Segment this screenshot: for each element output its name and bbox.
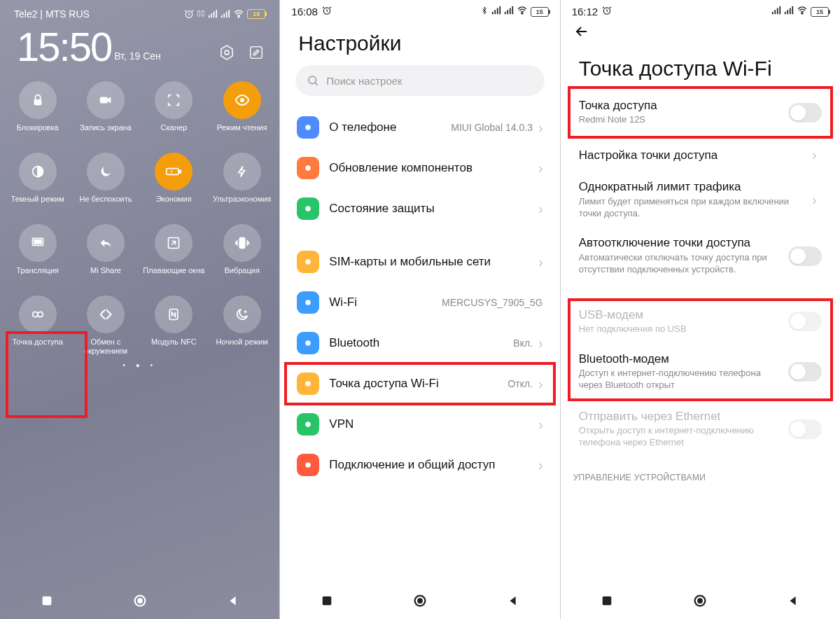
svg-rect-54 xyxy=(774,10,776,14)
row-subtitle: Автоматически отключать точку доступа пр… xyxy=(579,252,781,276)
toggle-switch[interactable] xyxy=(788,362,822,382)
page-indicator: • ● • xyxy=(0,361,279,369)
settings-row-g2-5[interactable]: Подключение и общий доступ › xyxy=(287,445,552,485)
svg-rect-5 xyxy=(221,15,223,18)
qs-tile-floatwin[interactable]: Плавающие окна xyxy=(141,221,207,287)
row-icon xyxy=(297,454,319,476)
row-subtitle: Доступ к интернет-подключению телефона ч… xyxy=(579,368,781,391)
settings-shortcut-icon[interactable] xyxy=(218,43,236,62)
svg-point-40 xyxy=(306,125,312,130)
chevron-right-icon: › xyxy=(812,192,822,208)
svg-rect-36 xyxy=(510,8,511,15)
row-icon xyxy=(297,373,319,395)
bluetooth-icon xyxy=(480,6,489,18)
qs-tile-contrast[interactable]: Темный режим xyxy=(4,150,71,216)
search-input[interactable]: Поиск настроек xyxy=(295,65,544,96)
row-title: Автоотключение точки доступа xyxy=(579,236,781,250)
hotspot-settings-list: Точка доступа Redmi Note 12S Настройка т… xyxy=(561,90,840,457)
svg-rect-59 xyxy=(790,8,791,15)
alarm-icon xyxy=(602,6,612,18)
nav-back-button[interactable] xyxy=(504,592,522,610)
hotspot-row-1[interactable]: Настройка точки доступа › xyxy=(568,139,833,172)
nav-back-button[interactable] xyxy=(784,592,802,610)
chevron-right-icon: › xyxy=(538,254,543,270)
cast-icon xyxy=(19,224,57,262)
row-title: Bluetooth xyxy=(329,336,513,350)
toggle-switch xyxy=(788,419,822,439)
svg-rect-33 xyxy=(499,6,500,14)
svg-rect-32 xyxy=(497,8,498,15)
settings-row-g2-1[interactable]: Wi-Fi MERCUSYS_7905_5G › xyxy=(287,282,552,323)
svg-rect-53 xyxy=(772,12,774,15)
chevron-right-icon: › xyxy=(538,160,543,176)
tile-label: Сканер xyxy=(142,123,205,141)
row-subtitle: Открыть доступ к интернет-подключению те… xyxy=(579,425,781,449)
nav-recent-button[interactable] xyxy=(598,592,616,610)
qs-tile-envshare[interactable]: Обмен с окружением xyxy=(72,293,139,359)
tile-label: Вибрация xyxy=(211,266,274,284)
row-title: Состояние защиты xyxy=(329,202,538,216)
settings-row-g2-3[interactable]: Точка доступа Wi-Fi Откл. › xyxy=(287,363,552,404)
toggle-switch[interactable] xyxy=(788,103,822,123)
toggle-switch[interactable] xyxy=(788,246,822,266)
qs-tile-mishare[interactable]: Mi Share xyxy=(72,221,139,287)
svg-point-23 xyxy=(32,312,37,317)
signal-icon xyxy=(491,6,501,18)
row-icon xyxy=(297,197,319,220)
row-title: О телефоне xyxy=(329,120,451,134)
edit-icon[interactable] xyxy=(247,43,265,62)
chevron-right-icon: › xyxy=(538,120,543,136)
vibrate-icon xyxy=(223,224,261,262)
qs-tile-scan[interactable]: Сканер xyxy=(141,78,207,144)
nav-home-button[interactable] xyxy=(131,592,149,610)
hotspot-row-0[interactable]: Точка доступа Redmi Note 12S xyxy=(568,90,833,134)
nav-home-button[interactable] xyxy=(411,592,429,610)
qs-tile-battery[interactable]: Экономия xyxy=(141,150,207,216)
qs-tile-lock[interactable]: Блокировка xyxy=(4,78,71,144)
nav-recent-button[interactable] xyxy=(38,592,56,610)
screen-quick-settings: Tele2 | MTS RUS ▯▯ 18 15:50 xyxy=(0,0,279,619)
settings-row-g1-2[interactable]: Состояние защиты › xyxy=(287,188,552,229)
scan-icon xyxy=(155,81,192,119)
qs-tile-video[interactable]: Запись экрана xyxy=(72,78,139,144)
tile-label: Экономия xyxy=(142,195,205,213)
svg-point-9 xyxy=(238,16,239,18)
carrier-label: Tele2 | MTS RUS xyxy=(14,8,90,20)
status-icons: ▯▯ 18 xyxy=(184,9,265,19)
tile-label: Mi Share xyxy=(74,266,137,284)
lock-icon xyxy=(19,81,57,119)
row-title: Подключение и общий доступ xyxy=(329,458,538,472)
hotspot-row-6: Отправить через Ethernet Открыть доступ … xyxy=(568,401,833,457)
nav-recent-button[interactable] xyxy=(318,592,336,610)
qs-tile-vibrate[interactable]: Вибрация xyxy=(209,221,275,287)
qs-tile-nfc[interactable]: Модуль NFC xyxy=(141,293,207,359)
settings-row-g2-0[interactable]: SIM-карты и мобильные сети › xyxy=(287,242,552,282)
svg-rect-20 xyxy=(34,240,41,244)
qs-tile-cast[interactable]: Трансляция xyxy=(4,221,71,287)
qs-tile-moon[interactable]: Не беспокоить xyxy=(72,150,139,216)
svg-marker-10 xyxy=(221,46,232,60)
qs-tile-bolt[interactable]: Ультраэкономия xyxy=(209,150,275,216)
settings-row-g2-4[interactable]: VPN › xyxy=(287,404,552,445)
settings-group-about: О телефоне MIUI Global 14.0.3 › Обновлен… xyxy=(280,107,559,229)
nav-home-button[interactable] xyxy=(691,592,709,610)
envshare-icon xyxy=(87,295,125,333)
back-button[interactable] xyxy=(573,23,590,44)
clock-date: Вт, 19 Сен xyxy=(114,50,161,62)
row-icon xyxy=(297,332,319,354)
qs-tile-hotspot[interactable]: Точка доступа xyxy=(4,293,71,359)
svg-point-41 xyxy=(306,165,312,171)
settings-row-g1-0[interactable]: О телефоне MIUI Global 14.0.3 › xyxy=(287,107,552,148)
hotspot-row-5[interactable]: Bluetooth-модем Доступ к интернет-подклю… xyxy=(568,344,833,400)
alarm-icon xyxy=(184,9,194,19)
settings-row-g2-2[interactable]: Bluetooth Вкл. › xyxy=(287,323,552,363)
svg-point-48 xyxy=(306,462,312,468)
settings-row-g1-1[interactable]: Обновление компонентов › xyxy=(287,148,552,188)
hotspot-row-3[interactable]: Автоотключение точки доступа Автоматичес… xyxy=(568,228,833,284)
hotspot-row-2[interactable]: Однократный лимит трафика Лимит будет пр… xyxy=(568,172,833,228)
nav-back-button[interactable] xyxy=(224,592,242,610)
qs-tile-night[interactable]: Ночной режим xyxy=(209,293,275,359)
svg-rect-35 xyxy=(507,10,508,14)
qs-tile-eye[interactable]: Режим чтения xyxy=(209,78,275,144)
svg-point-45 xyxy=(306,340,312,346)
